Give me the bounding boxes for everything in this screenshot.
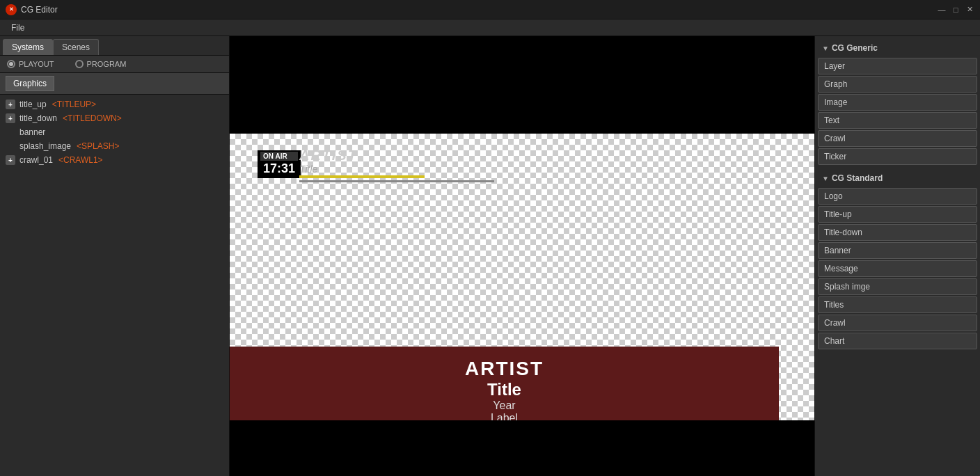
panel-btn-chart[interactable]: Chart — [818, 333, 977, 349]
tree-item-banner[interactable]: banner — [0, 125, 229, 139]
tabs-row: Systems Scenes — [0, 36, 229, 56]
banner-label: Label — [230, 412, 779, 420]
panel-btn-image[interactable]: Image — [818, 94, 977, 111]
progress-bar-yellow — [299, 175, 425, 178]
left-panel: Systems Scenes PLAYOUT PROGRAM Graphics … — [0, 36, 230, 476]
panel-btn-ticker[interactable]: Ticker — [818, 148, 977, 165]
minimize-button[interactable]: — — [937, 5, 947, 15]
on-air-label: ON AIR — [260, 152, 298, 161]
app-icon: ✕ — [6, 4, 17, 15]
cg-generic-collapse-icon[interactable]: ▼ — [822, 45, 829, 52]
title-down-tag: <TITLEDOWN> — [63, 113, 122, 123]
progress-area — [299, 175, 494, 182]
crawl-01-name: crawl_01 — [19, 155, 53, 165]
tab-systems[interactable]: Systems — [3, 39, 53, 55]
panel-btn-title-down[interactable]: Title-down — [818, 224, 977, 241]
graphics-label[interactable]: Graphics — [6, 76, 54, 91]
canvas-area: ON AIR 17:31 ARTIST Title ARTIST Title — [230, 134, 814, 420]
maximize-button[interactable]: □ — [951, 5, 961, 15]
banner-artist: ARTIST — [230, 358, 779, 380]
tree-item-splash-image[interactable]: splash_image <SPLASH> — [0, 139, 229, 153]
expand-title-down-icon[interactable]: + — [6, 113, 15, 123]
tree-item-title-up[interactable]: + title_up <TITLEUP> — [0, 97, 229, 111]
banner-year: Year — [230, 399, 779, 412]
panel-btn-logo[interactable]: Logo — [818, 188, 977, 205]
program-radio[interactable] — [75, 60, 84, 68]
cg-standard-collapse-icon[interactable]: ▼ — [822, 175, 829, 182]
progress-bar-gray — [299, 180, 494, 182]
cg-generic-title: CG Generic — [832, 43, 878, 53]
tree-list: + title_up <TITLEUP> + title_down <TITLE… — [0, 95, 229, 476]
title-up-name: title_up — [19, 100, 47, 109]
file-menu[interactable]: File — [6, 22, 30, 34]
app-title: CG Editor — [21, 5, 937, 15]
center-area: ON AIR 17:31 ARTIST Title ARTIST Title — [230, 36, 814, 476]
panel-btn-layer[interactable]: Layer — [818, 58, 977, 74]
right-panel: ▼ CG Generic Layer Graph Image Text Craw… — [814, 36, 980, 476]
on-air-box: ON AIR 17:31 — [258, 150, 301, 178]
crawl-01-tag: <CRAWL1> — [58, 155, 103, 165]
panel-btn-titles[interactable]: Titles — [818, 296, 977, 313]
panel-btn-title-up[interactable]: Title-up — [818, 206, 977, 223]
titlebar: ✕ CG Editor — □ ✕ — [0, 0, 980, 19]
artist-preview: ARTIST Title — [299, 148, 358, 175]
banner-name: banner — [19, 127, 45, 137]
black-top — [230, 36, 814, 134]
tree-item-title-down[interactable]: + title_down <TITLEDOWN> — [0, 111, 229, 125]
panel-btn-splash-imge[interactable]: Splash imge — [818, 278, 977, 295]
close-button[interactable]: ✕ — [965, 5, 974, 15]
panel-btn-message[interactable]: Message — [818, 260, 977, 277]
panel-btn-text[interactable]: Text — [818, 112, 977, 129]
menubar: File — [0, 19, 980, 36]
title-preview: Title — [299, 164, 358, 175]
panel-btn-crawl-standard[interactable]: Crawl — [818, 315, 977, 331]
expand-crawl-icon[interactable]: + — [6, 155, 15, 165]
bottom-banner: ARTIST Title Year Label — [230, 347, 779, 420]
splash-image-tag: <SPLASH> — [77, 141, 119, 151]
graphics-section: Graphics — [0, 73, 229, 95]
playout-label: PLAYOUT — [19, 60, 54, 68]
cg-standard-title: CG Standard — [832, 173, 883, 183]
panel-btn-crawl-generic[interactable]: Crawl — [818, 130, 977, 147]
playout-radio[interactable] — [7, 60, 15, 68]
banner-title: Title — [230, 380, 779, 399]
window-controls: — □ ✕ — [937, 5, 974, 15]
black-bottom — [230, 420, 814, 476]
title-up-tag: <TITLEUP> — [52, 100, 96, 109]
tree-item-crawl-01[interactable]: + crawl_01 <CRAWL1> — [0, 153, 229, 167]
artist-name-preview: ARTIST — [299, 148, 358, 164]
playout-option[interactable]: PLAYOUT — [7, 60, 54, 68]
program-label: PROGRAM — [87, 60, 127, 68]
time-display: 17:31 — [260, 161, 298, 177]
cg-generic-header: ▼ CG Generic — [818, 40, 977, 56]
cg-standard-header: ▼ CG Standard — [818, 170, 977, 186]
panel-btn-banner[interactable]: Banner — [818, 242, 977, 259]
program-option[interactable]: PROGRAM — [75, 60, 127, 68]
panel-btn-graph[interactable]: Graph — [818, 76, 977, 93]
expand-title-up-icon[interactable]: + — [6, 100, 15, 109]
splash-image-name: splash_image — [19, 141, 71, 151]
main-layout: Systems Scenes PLAYOUT PROGRAM Graphics … — [0, 36, 980, 476]
title-down-name: title_down — [19, 113, 57, 123]
main-canvas: ON AIR 17:31 ARTIST Title ARTIST Title — [230, 134, 779, 420]
radio-row: PLAYOUT PROGRAM — [0, 56, 229, 73]
tab-scenes[interactable]: Scenes — [53, 39, 99, 55]
